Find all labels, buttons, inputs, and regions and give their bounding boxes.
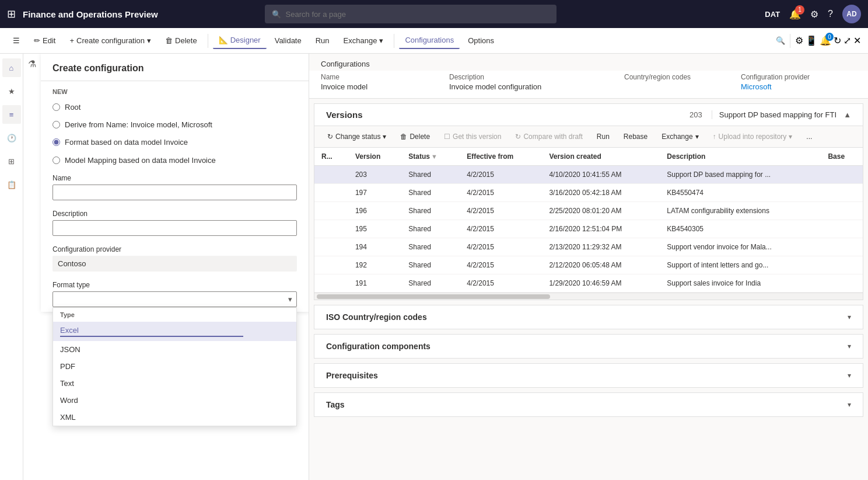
radio-model-mapping[interactable]: Model Mapping based on data model Invoic… (41, 152, 309, 169)
sidebar-icon-home[interactable]: ⌂ (2, 58, 21, 77)
config-components-header[interactable]: Configuration components ▾ (314, 335, 863, 358)
radio-root[interactable]: Root (41, 99, 309, 116)
avatar[interactable]: AD (842, 5, 861, 23)
designer-button[interactable]: 📐 Designer (213, 32, 267, 49)
sidebar: ⌂ ★ ≡ 🕐 ⊞ 📋 (0, 54, 23, 480)
config-provider-col-label: Configuration provider (741, 73, 856, 81)
main-toolbar: ☰ ✏ Edit + Create configuration ▾ 🗑 Dele… (0, 28, 868, 54)
radio-derive[interactable]: Derive from Name: Invoice model, Microso… (41, 116, 309, 134)
radio-format-label: Format based on data model Invoice (65, 137, 188, 148)
cell-2: Shared (401, 256, 460, 274)
col-effective-from[interactable]: Effective from (460, 148, 542, 166)
radio-format-based[interactable]: Format based on data model Invoice (41, 134, 309, 151)
configurations-tab[interactable]: Configurations (399, 32, 460, 49)
edit-button[interactable]: ✏ Edit (28, 33, 61, 48)
compare-draft-button[interactable]: ↻ Compare with draft (509, 130, 588, 144)
config-country-col: Country/region codes (624, 73, 741, 91)
filter-icon[interactable]: ⚗ (28, 58, 36, 69)
panel-area: ⚗ Create configuration New Root Derive f… (23, 54, 309, 480)
create-config-button[interactable]: + Create configuration ▾ (64, 33, 157, 48)
change-status-button[interactable]: ↻ Change status ▾ (321, 130, 392, 144)
versions-more-button[interactable]: ... (800, 130, 818, 144)
sidebar-icon-clock[interactable]: 🕐 (2, 128, 21, 147)
get-this-version-button[interactable]: ☐ Get this version (438, 130, 507, 144)
table-row[interactable]: 195Shared4/2/20152/16/2020 12:51:04 PMKB… (314, 220, 863, 238)
versions-exchange-button[interactable]: Exchange ▾ (656, 130, 704, 144)
col-version-created[interactable]: Version created (542, 148, 660, 166)
settings-toolbar-icon[interactable]: ⚙ (795, 35, 803, 46)
status-filter-icon: ▼ (431, 153, 438, 160)
dropdown-item-excel[interactable]: Excel (53, 322, 296, 341)
dropdown-item-json[interactable]: JSON (53, 341, 296, 358)
create-config-panel: Create configuration New Root Derive fro… (41, 54, 309, 312)
iso-section-header[interactable]: ISO Country/region codes ▾ (314, 305, 863, 329)
radio-format-input[interactable] (52, 138, 60, 146)
run-button[interactable]: Run (310, 33, 335, 48)
config-provider-col-value[interactable]: Microsoft (741, 82, 856, 91)
format-type-input[interactable] (52, 291, 297, 307)
cell-5: Support of intent letters and go... (660, 256, 821, 274)
scroll-thumb[interactable] (317, 294, 550, 299)
prerequisites-header[interactable]: Prerequisites ▾ (314, 364, 863, 387)
help-icon[interactable]: ? (828, 9, 833, 19)
table-row[interactable]: 203Shared4/2/20154/10/2020 10:41:55 AMSu… (314, 166, 863, 184)
app-title: Finance and Operations Preview (23, 9, 158, 19)
expand-icon[interactable]: ⤢ (844, 35, 851, 46)
table-row[interactable]: 197Shared4/2/20153/16/2020 05:42:18 AMKB… (314, 184, 863, 202)
search-toolbar-icon[interactable]: 🔍 (776, 36, 785, 45)
create-config-title: Create configuration (41, 54, 309, 81)
table-scrollbar[interactable] (314, 293, 863, 300)
config-provider-value: Contoso (52, 256, 297, 272)
nav-toggle-button[interactable]: ☰ (7, 33, 26, 48)
name-input[interactable]: Free text invoice (Contoso) (52, 185, 297, 200)
upload-repository-button[interactable]: ↑ Upload into repository ▾ (707, 130, 799, 144)
col-version[interactable]: Version (348, 148, 401, 166)
cell-5: Support vendor invoice for Mala... (660, 238, 821, 256)
table-row[interactable]: 194Shared4/2/20152/13/2020 11:29:32 AMSu… (314, 238, 863, 256)
rebase-button[interactable]: Rebase (618, 130, 653, 144)
validate-button[interactable]: Validate (269, 33, 307, 48)
exchange-label: Exchange (344, 36, 377, 45)
notifications-icon[interactable]: 🔔 1 (789, 9, 801, 20)
sidebar-icon-grid[interactable]: ⊞ (2, 152, 21, 171)
sidebar-icon-star[interactable]: ★ (2, 82, 21, 100)
versions-run-button[interactable]: Run (591, 130, 615, 144)
delete-button[interactable]: 🗑 Delete (159, 33, 203, 48)
badge-icon[interactable]: 🔔 0 (820, 35, 831, 46)
mobile-icon[interactable]: 📱 (806, 35, 817, 46)
exchange-button[interactable]: Exchange ▾ (338, 33, 390, 48)
change-status-dropdown: ▾ (383, 133, 386, 141)
sidebar-icon-lines[interactable]: ≡ (2, 105, 21, 124)
dropdown-item-xml[interactable]: XML (53, 409, 296, 426)
tags-header[interactable]: Tags ▾ (314, 393, 863, 416)
col-status[interactable]: Status▼ (401, 148, 460, 166)
options-tab[interactable]: Options (462, 33, 500, 48)
sidebar-icon-list[interactable]: 📋 (2, 175, 21, 194)
versions-delete-button[interactable]: 🗑 Delete (394, 130, 436, 144)
refresh-icon[interactable]: ↻ (834, 35, 841, 46)
app-grid-icon[interactable]: ⊞ (7, 8, 16, 20)
dropdown-item-pdf[interactable]: PDF (53, 358, 296, 375)
cell-6 (821, 202, 863, 220)
cell-5: KB4540305 (660, 220, 821, 238)
settings-icon[interactable]: ⚙ (810, 9, 818, 20)
radio-root-input[interactable] (52, 103, 60, 111)
delete-icon: 🗑 (165, 36, 173, 45)
format-type-field: Format type ▾ Type Excel JSON PDF Text W… (41, 276, 309, 312)
radio-model-input[interactable] (52, 156, 60, 164)
description-input[interactable] (52, 220, 297, 236)
config-components-collapse-icon: ▾ (848, 342, 851, 350)
search-bar[interactable]: 🔍 (265, 5, 556, 23)
search-input[interactable] (286, 10, 550, 19)
table-row[interactable]: 196Shared4/2/20152/25/2020 08:01:20 AMLA… (314, 202, 863, 220)
versions-collapse-icon[interactable]: ▲ (844, 110, 851, 119)
format-type-dropdown-arrow[interactable]: ▾ (288, 295, 292, 304)
dropdown-item-word[interactable]: Word (53, 392, 296, 409)
radio-derive-input[interactable] (52, 121, 60, 128)
top-nav: ⊞ Finance and Operations Preview 🔍 DAT 🔔… (0, 0, 868, 28)
table-row[interactable]: 192Shared4/2/20152/12/2020 06:05:48 AMSu… (314, 256, 863, 274)
close-icon[interactable]: ✕ (853, 35, 861, 46)
col-description[interactable]: Description (660, 148, 821, 166)
dropdown-item-text[interactable]: Text (53, 375, 296, 392)
table-row[interactable]: 191Shared4/2/20151/29/2020 10:46:59 AMSu… (314, 274, 863, 293)
